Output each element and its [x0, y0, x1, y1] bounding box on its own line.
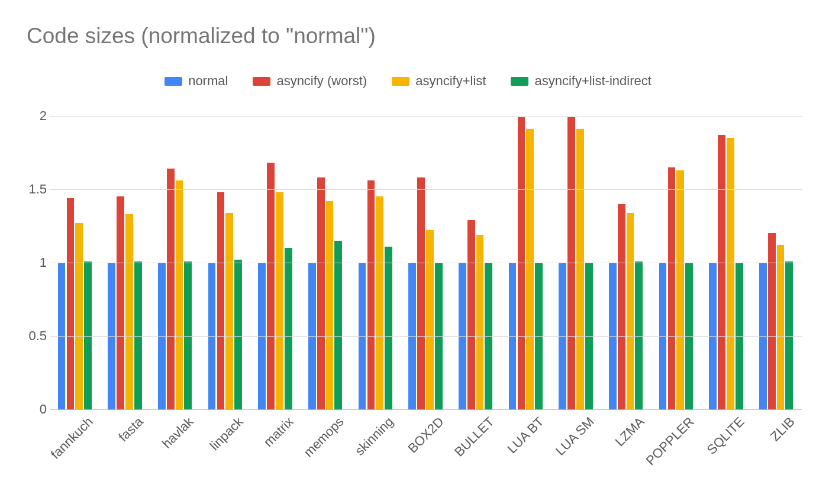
legend-item: asyncify (worst): [253, 73, 367, 89]
legend-label: asyncify+list: [415, 73, 486, 89]
bar: [417, 177, 425, 409]
bar: [426, 230, 434, 409]
bar: [576, 129, 584, 409]
legend-item: asyncify+list: [392, 73, 486, 89]
legend-swatch: [511, 77, 528, 86]
bar: [768, 233, 776, 409]
bar: [467, 220, 475, 409]
chart-title: Code sizes (normalized to "normal"): [27, 24, 376, 49]
legend-label: asyncify+list-indirect: [534, 73, 651, 89]
gridline: [50, 189, 802, 190]
bar: [376, 196, 383, 409]
legend-swatch: [165, 77, 182, 86]
y-tick-label: 1.5: [11, 182, 47, 197]
bar: [367, 180, 375, 409]
legend-swatch: [253, 77, 270, 86]
gridline: [50, 116, 802, 117]
bar: [476, 235, 484, 409]
y-tick-label: 2: [11, 108, 47, 124]
bar: [267, 163, 275, 409]
y-tick-label: 1: [11, 255, 47, 270]
y-tick-label: 0: [11, 402, 47, 417]
bar: [326, 201, 334, 409]
bar: [117, 196, 124, 409]
plot-area: [50, 116, 802, 409]
bar: [618, 204, 625, 409]
bar: [176, 180, 183, 409]
bar: [635, 261, 643, 409]
bar: [518, 117, 525, 409]
bar: [334, 241, 342, 409]
bar: [225, 213, 233, 409]
legend-item: normal: [165, 73, 228, 89]
bar: [167, 169, 175, 409]
legend-label: normal: [188, 73, 228, 89]
bar: [276, 192, 283, 409]
bar: [67, 198, 75, 409]
gridline: [50, 409, 802, 410]
legend-item: asyncify+list-indirect: [511, 73, 651, 89]
chart-legend: normalasyncify (worst)asyncify+listasync…: [0, 73, 816, 89]
legend-swatch: [392, 77, 409, 86]
gridline: [50, 263, 802, 263]
chart-container: Code sizes (normalized to "normal") norm…: [0, 0, 816, 504]
bar: [785, 261, 793, 409]
bar: [718, 135, 725, 409]
bar: [727, 138, 734, 409]
bar: [285, 248, 292, 409]
bar: [777, 245, 785, 409]
bar: [184, 261, 192, 409]
legend-label: asyncify (worst): [276, 73, 367, 89]
y-tick-label: 0.5: [11, 328, 47, 344]
bar: [234, 260, 242, 409]
bar: [317, 177, 325, 409]
x-axis-labels: fannkuchfastahavlaklinpackmatrixmemopssk…: [50, 414, 802, 503]
bar: [125, 214, 133, 409]
bar: [217, 192, 225, 409]
bar: [567, 117, 575, 409]
bar: [84, 261, 92, 409]
bar: [676, 170, 684, 409]
bar: [668, 167, 676, 409]
bar: [75, 223, 83, 409]
bar: [526, 129, 534, 409]
bar: [385, 247, 392, 409]
bar: [627, 213, 634, 409]
bar: [134, 261, 142, 409]
gridline: [50, 336, 802, 337]
